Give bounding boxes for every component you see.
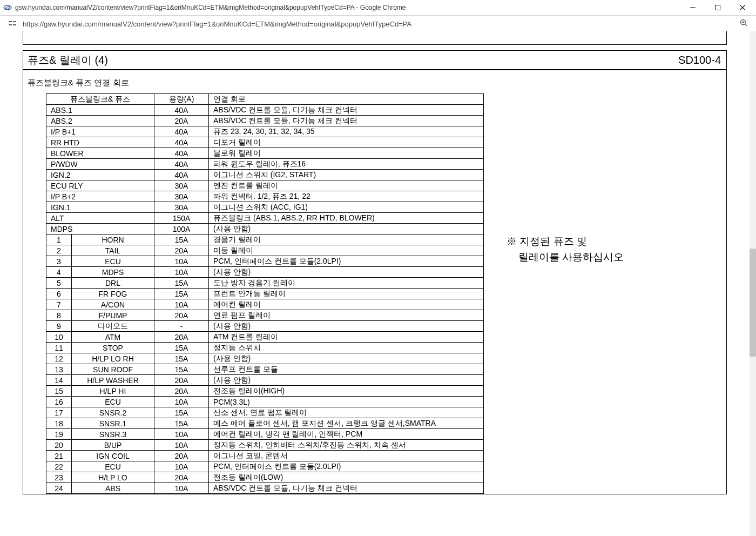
fuse-name: HORN (72, 234, 154, 245)
browser-address-bar: https://gsw.hyundai.com/manualV2/content… (0, 16, 756, 32)
fuse-number: 13 (46, 364, 72, 375)
fuse-amp: 10A (154, 429, 209, 440)
fuse-number: 2 (46, 245, 72, 256)
fuse-name: ECU (72, 461, 154, 472)
url-text[interactable]: https://gsw.hyundai.com/manualV2/content… (23, 20, 739, 28)
window-titlebar: gsw.hyundai.com/manualV2/content/view?pr… (0, 0, 756, 16)
fuse-number: 4 (46, 267, 72, 278)
fuse-amp: 20A (154, 472, 209, 483)
table-row: ABS.220AABS/VDC 컨트롤 모듈, 다기능 체크 컨넥터 (46, 116, 484, 126)
fuse-amp: 40A (154, 105, 209, 116)
fuse-name: SNSR.2 (72, 407, 154, 418)
fuse-circuit: 퓨즈 23, 24, 30, 31, 32, 34, 35 (209, 126, 484, 137)
table-row: ALT150A퓨즈블링크 (ABS.1, ABS.2, RR HTD, BLOW… (46, 213, 484, 224)
fuse-circuit: ABS/VDC 컨트롤 모듈, 다기능 체크 컨넥터 (209, 116, 484, 126)
table-header-row: 퓨즈블링크& 퓨즈 용량(A) 연결 회로 (46, 94, 484, 105)
window-maximize-button[interactable] (705, 0, 730, 15)
col-fuse: 퓨즈블링크& 퓨즈 (46, 94, 154, 105)
fuse-circuit: 정지등 스위치, 인히비터 스위치/후진등 스위치, 차속 센서 (209, 440, 484, 451)
fuse-amp: 15A (154, 289, 209, 299)
svg-rect-5 (9, 21, 12, 22)
table-row: 8F/PUMP20A연료 펌프 릴레이 (46, 310, 484, 321)
fuse-amp: 10A (154, 483, 209, 494)
table-row: 12H/LP LO RH15A(사용 안함) (46, 353, 484, 364)
svg-line-10 (745, 24, 747, 26)
table-row: 13SUN ROOF15A선루프 컨트롤 모듈 (46, 364, 484, 375)
table-row: 22ECU10APCM, 인터페이스 컨트롤 모듈(2.0LPI) (46, 461, 484, 472)
fuse-name: FR FOG (72, 289, 154, 299)
table-row: P/WDW40A파워 윈도우 릴레이, 퓨즈16 (46, 159, 484, 170)
fuse-circuit: (사용 안함) (209, 375, 484, 386)
fuse-amp: 15A (154, 234, 209, 245)
fuse-amp: - (154, 321, 209, 332)
table-row: BLOWER40A블로워 릴레이 (46, 148, 484, 159)
fuse-amp: 30A (154, 202, 209, 213)
fuse-number: 23 (46, 472, 72, 483)
fuse-amp: 20A (154, 451, 209, 461)
fuse-number: 17 (46, 407, 72, 418)
fuse-amp: 30A (154, 191, 209, 202)
fuse-number: 8 (46, 310, 72, 321)
fuse-circuit: 선루프 컨트롤 모듈 (209, 364, 484, 375)
fuse-circuit: 경음기 릴레이 (209, 234, 484, 245)
fuse-amp: 150A (154, 213, 209, 224)
fuse-name: P/WDW (46, 159, 154, 170)
fuse-circuit: PCM(3.3L) (209, 397, 484, 407)
fuse-name: A/CON (72, 299, 154, 310)
fuse-circuit: 정지등 스위치 (209, 343, 484, 353)
fuse-name: H/LP HI (72, 386, 154, 397)
fuse-circuit: PCM, 인터페이스 컨트롤 모듈(2.0LPI) (209, 256, 484, 267)
fuse-name: RR HTD (46, 137, 154, 148)
fuse-amp: 15A (154, 278, 209, 289)
fuse-circuit: 블로워 릴레이 (209, 148, 484, 159)
fuse-amp: 10A (154, 397, 209, 407)
table-row: 17SNSR.215A산소 센서, 연료 펌프 릴레이 (46, 407, 484, 418)
zoom-icon[interactable] (739, 19, 748, 29)
scrollbar-thumb[interactable] (750, 249, 756, 357)
window-close-button[interactable] (730, 0, 755, 15)
fuse-number: 15 (46, 386, 72, 397)
fuse-name: DRL (72, 278, 154, 289)
site-settings-icon[interactable] (8, 19, 17, 29)
table-row: MDPS100A(사용 안함) (46, 224, 484, 234)
hyundai-favicon (3, 3, 12, 12)
fuse-circuit: 디포거 릴레이 (209, 137, 484, 148)
table-row: 9다이오드-(사용 안함) (46, 321, 484, 332)
fuse-number: 11 (46, 343, 72, 353)
page-code: SD100-4 (678, 54, 726, 66)
table-row: 10ATM20AATM 컨트롤 릴레이 (46, 332, 484, 343)
fuse-amp: 20A (154, 116, 209, 126)
fuse-name: F/PUMP (72, 310, 154, 321)
fuse-number: 6 (46, 289, 72, 299)
table-row: IGN.130A이그니션 스위치 (ACC, IG1) (46, 202, 484, 213)
table-row: 24ABS10AABS/VDC 컨트롤 모듈, 다기능 체크 컨넥터 (46, 483, 484, 494)
fuse-name: H/LP LO (72, 472, 154, 483)
fuse-amp: 40A (154, 148, 209, 159)
fuse-number: 16 (46, 397, 72, 407)
fuse-circuit: 도난 방지 경음기 릴레이 (209, 278, 484, 289)
table-row: 14H/LP WASHER20A(사용 안함) (46, 375, 484, 386)
fuse-circuit: 연료 펌프 릴레이 (209, 310, 484, 321)
fuse-circuit: 전조등 릴레이(HIGH) (209, 386, 484, 397)
fuse-circuit: 에어컨 릴레이 (209, 299, 484, 310)
fuse-table: 퓨즈블링크& 퓨즈 용량(A) 연결 회로 ABS.140AABS/VDC 컨트… (46, 93, 484, 494)
fuse-number: 21 (46, 451, 72, 461)
fuse-circuit: 이그니션 스위치 (IG2, START) (209, 170, 484, 180)
fuse-name: BLOWER (46, 148, 154, 159)
fuse-name: I/P B+2 (46, 191, 154, 202)
fuse-circuit: (사용 안함) (209, 224, 484, 234)
fuse-name: ECU (72, 397, 154, 407)
fuse-circuit: 퓨즈블링크 (ABS.1, ABS.2, RR HTD, BLOWER) (209, 213, 484, 224)
fuse-circuit: 미등 릴레이 (209, 245, 484, 256)
fuse-circuit: (사용 안함) (209, 321, 484, 332)
fuse-number: 12 (46, 353, 72, 364)
svg-rect-2 (716, 5, 720, 10)
fuse-amp: 30A (154, 180, 209, 191)
fuse-amp: 20A (154, 310, 209, 321)
window-minimize-button[interactable] (680, 0, 705, 15)
fuse-name: ATM (72, 332, 154, 343)
fuse-name: IGN.2 (46, 170, 154, 180)
fuse-name: MDPS (46, 224, 154, 234)
fuse-amp: 15A (154, 418, 209, 429)
table-row: 2TAIL20A미등 릴레이 (46, 245, 484, 256)
